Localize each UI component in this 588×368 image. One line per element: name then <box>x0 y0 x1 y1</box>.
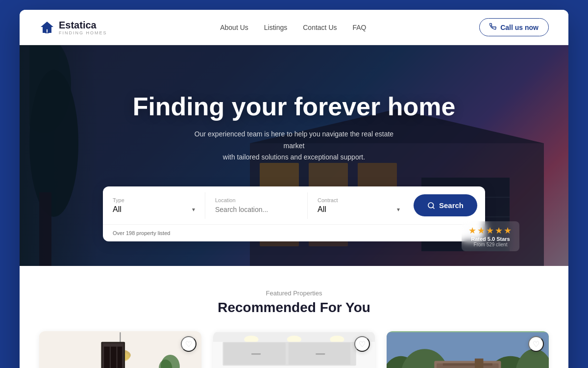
hero-subtitle: Our experienced team is here to help you… <box>186 129 402 163</box>
card-image-2: ♡ <box>213 331 375 368</box>
type-label: Type <box>113 197 195 203</box>
type-chevron-icon: ▾ <box>192 206 195 213</box>
room-image-living <box>39 331 201 368</box>
rating-badge: ★★★★★ Rated 5.0 Stars From 529 client <box>462 221 519 251</box>
logo-text: Estatica FINDING HOMES <box>59 20 107 35</box>
heart-icon-2: ♡ <box>359 340 366 349</box>
heart-icon-3: ♡ <box>533 340 539 349</box>
location-label: Location <box>215 197 297 203</box>
hero-content: Finding your forever home Our experience… <box>113 93 475 180</box>
nav-link-listings[interactable]: Listings <box>264 24 287 31</box>
svg-line-16 <box>433 207 434 209</box>
search-icon <box>427 202 435 210</box>
page-wrapper: Estatica FINDING HOMES About Us Listings… <box>20 10 568 368</box>
rating-stars: ★★★★★ <box>468 225 513 236</box>
nav-item-faq[interactable]: FAQ <box>353 23 367 32</box>
rating-label: Rated 5.0 Stars <box>468 236 513 242</box>
property-card-3: ♡ <box>387 331 549 368</box>
nav-item-about[interactable]: About Us <box>220 23 248 32</box>
nav-link-about[interactable]: About Us <box>220 24 248 31</box>
svg-rect-41 <box>251 353 260 355</box>
call-us-button[interactable]: Call us now <box>479 18 549 36</box>
search-button[interactable]: Search <box>414 194 477 216</box>
contract-label: Contract <box>318 197 400 203</box>
search-footer: Over 198 property listed → <box>103 224 485 241</box>
phone-icon <box>490 23 496 31</box>
room-image-kitchen <box>213 331 375 368</box>
svg-rect-58 <box>475 359 484 368</box>
featured-section: Featured Properties Recommended For You <box>20 266 568 368</box>
logo[interactable]: Estatica FINDING HOMES <box>39 20 107 35</box>
type-select-wrapper[interactable]: All ▾ <box>113 205 195 214</box>
heart-icon-1: ♡ <box>185 340 192 349</box>
featured-header: Featured Properties Recommended For You <box>39 289 549 315</box>
featured-label: Featured Properties <box>39 289 549 297</box>
property-card-1: ♡ <box>39 331 201 368</box>
call-btn-label: Call us now <box>500 24 539 31</box>
property-cards: ♡ <box>39 331 549 368</box>
svg-rect-24 <box>104 346 110 368</box>
logo-icon <box>39 20 55 35</box>
card-image-1: ♡ <box>39 331 201 368</box>
contract-chevron-icon: ▾ <box>397 206 400 213</box>
search-type-field: Type All ▾ <box>103 192 205 219</box>
search-btn-label: Search <box>439 201 464 210</box>
type-value: All <box>113 205 122 214</box>
contract-value: All <box>318 205 326 214</box>
favorite-btn-3[interactable]: ♡ <box>528 336 544 352</box>
svg-rect-26 <box>117 346 122 368</box>
svg-rect-25 <box>111 346 117 368</box>
room-image-aerial <box>387 331 549 368</box>
nav-item-contact[interactable]: Contact Us <box>303 23 337 32</box>
favorite-btn-1[interactable]: ♡ <box>181 336 196 352</box>
hero-title: Finding your forever home <box>133 93 456 121</box>
nav-link-faq[interactable]: FAQ <box>353 24 367 31</box>
property-card-2: ♡ <box>213 331 375 368</box>
card-image-3: ♡ <box>387 331 549 368</box>
location-input[interactable] <box>215 206 297 213</box>
brand-tagline: FINDING HOMES <box>59 30 107 35</box>
hero-subtitle-line1: Our experienced team is here to help you… <box>195 130 393 150</box>
nav-item-listings[interactable]: Listings <box>264 23 287 32</box>
nav-links: About Us Listings Contact Us FAQ <box>220 23 366 32</box>
contract-select-wrapper[interactable]: All ▾ <box>318 205 400 214</box>
rating-count: From 529 client <box>468 242 513 247</box>
search-location-field: Location <box>205 192 308 219</box>
svg-rect-57 <box>443 363 492 366</box>
hero-subtitle-line2: with tailored solutions and exceptional … <box>223 153 365 161</box>
search-bar: Type All ▾ Location Contract All ▾ <box>103 186 485 241</box>
property-count: Over 198 property listed <box>113 230 170 236</box>
navbar: Estatica FINDING HOMES About Us Listings… <box>20 10 568 45</box>
search-contract-field: Contract All ▾ <box>308 192 410 219</box>
search-fields: Type All ▾ Location Contract All ▾ <box>103 186 485 224</box>
svg-rect-42 <box>316 353 325 355</box>
hero-section: Finding your forever home Our experience… <box>20 45 568 266</box>
brand-name: Estatica <box>59 20 107 30</box>
featured-title: Recommended For You <box>39 300 549 315</box>
nav-link-contact[interactable]: Contact Us <box>303 24 337 31</box>
